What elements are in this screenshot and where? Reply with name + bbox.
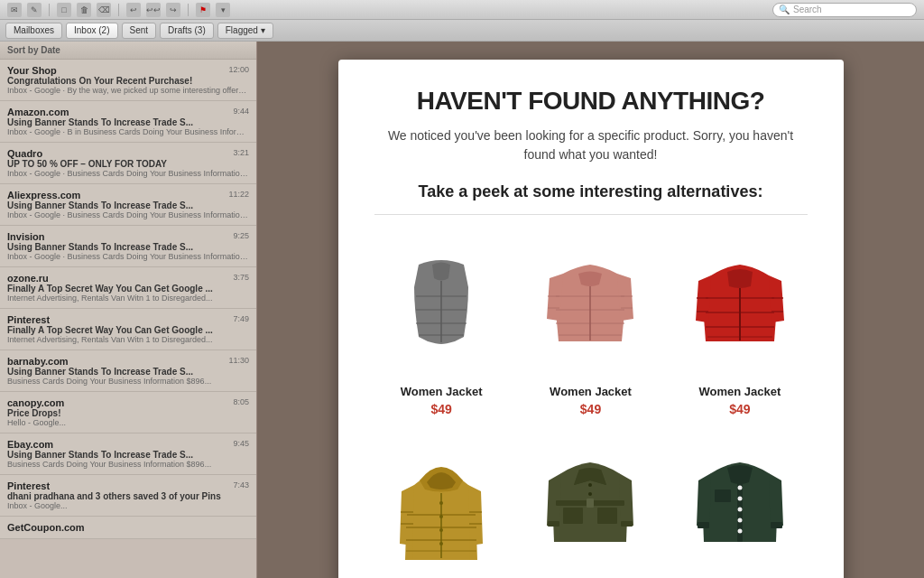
email-sender: Aliexpress.com [7, 190, 249, 200]
email-sender: Ebay.com [7, 439, 249, 450]
email-subject: Using Banner Stands To Increase Trade S.… [7, 117, 249, 127]
tab-inbox[interactable]: Inbox (2) [66, 23, 117, 39]
email-subject: Finally A Top Secret Way You Can Get Goo… [7, 325, 249, 335]
edit-icon[interactable]: ✎ [27, 3, 42, 17]
email-item[interactable]: 8:05 canopy.com Price Drops! Hello - Goo… [0, 392, 256, 434]
product-image-5 [527, 431, 653, 575]
forward-icon[interactable]: ↪ [166, 3, 180, 17]
tab-drafts[interactable]: Drafts (3) [160, 23, 214, 39]
tab-flagged[interactable]: Flagged ▾ [217, 23, 273, 39]
email-item[interactable]: 11:22 Aliexpress.com Using Banner Stands… [0, 184, 256, 226]
email-item[interactable]: 9:25 Invision Using Banner Stands To Inc… [0, 226, 256, 267]
svg-rect-43 [621, 521, 633, 527]
email-preview: Hello - Google... [7, 418, 249, 427]
products-grid: Women Jacket $49 [374, 233, 808, 578]
content-area: HAVEN'T FOUND ANYTHING? We noticed you'v… [257, 42, 924, 578]
product-item[interactable]: Women Hooded Coat $99 [374, 431, 509, 578]
svg-point-35 [439, 542, 443, 545]
delete-icon[interactable]: ⌫ [97, 3, 111, 17]
email-time: 9:45 [233, 439, 249, 448]
email-time: 7:49 [233, 314, 249, 323]
email-sender: ozone.ru [7, 273, 249, 284]
email-sender: Pinterest [7, 314, 249, 325]
email-preview: Business Cards Doing Your Business Infor… [7, 377, 249, 386]
window-icon[interactable]: □ [57, 3, 71, 17]
email-sender: Amazon.com [7, 107, 249, 117]
svg-rect-37 [597, 508, 617, 524]
email-item[interactable]: 12:00 Your Shop Congratulations On Your … [0, 60, 256, 101]
product-item[interactable]: Women Jacket $49 [523, 233, 658, 416]
email-preview: Inbox - Google · Business Cards Doing Yo… [7, 252, 249, 261]
svg-point-46 [737, 497, 742, 501]
compose-icon[interactable]: ✉ [7, 3, 22, 17]
svg-rect-36 [563, 508, 583, 524]
svg-point-34 [439, 528, 443, 532]
product-item[interactable]: Women Jacket $89 [523, 431, 658, 578]
svg-rect-39 [587, 499, 594, 508]
email-sender: Pinterest [7, 480, 249, 491]
email-subject: Using Banner Stands To Increase Trade S.… [7, 242, 249, 252]
email-subject: Finally A Top Secret Way You Can Get Goo… [7, 284, 249, 294]
email-preview: Inbox - Google... [7, 501, 249, 510]
email-time: 8:05 [233, 397, 249, 406]
email-item[interactable]: 3:75 ozone.ru Finally A Top Secret Way Y… [0, 267, 256, 309]
email-time: 3:21 [233, 148, 249, 157]
product-item[interactable]: Women Jacket $49 [374, 233, 509, 416]
search-box[interactable]: 🔍 Search [772, 3, 917, 17]
main-layout: Sort by Date 12:00 Your Shop Congratulat… [0, 42, 924, 578]
email-sender: GetCoupon.com [7, 522, 249, 533]
svg-point-47 [737, 508, 742, 512]
reply-all-icon[interactable]: ↩↩ [146, 3, 161, 17]
product-image-6 [677, 431, 803, 575]
more-icon[interactable]: ▾ [216, 3, 230, 17]
svg-point-33 [439, 515, 443, 518]
email-sender: Your Shop [7, 65, 249, 76]
mac-toolbar: ✉ ✎ □ 🗑 ⌫ ↩ ↩↩ ↪ ⚑ ▾ 🔍 Search [0, 0, 924, 20]
email-preview: Inbox - Google · Business Cards Doing Yo… [7, 210, 249, 219]
product-item[interactable]: Women Jacket $79 [672, 431, 807, 578]
svg-point-41 [588, 492, 592, 496]
email-item[interactable]: 9:44 Amazon.com Using Banner Stands To I… [0, 101, 256, 143]
email-time: 12:00 [228, 65, 249, 74]
svg-rect-52 [771, 522, 782, 528]
svg-point-45 [737, 486, 742, 490]
svg-rect-42 [548, 521, 559, 527]
product-price: $49 [580, 402, 601, 416]
separator2 [118, 4, 119, 16]
product-name: Women Jacket [550, 385, 632, 398]
email-subject: UP TO 50 % OFF – ONLY FOR TODAY [7, 159, 249, 169]
email-time: 3:75 [233, 273, 249, 282]
email-sender: Quadro [7, 148, 249, 159]
card-headline: HAVEN'T FOUND ANYTHING? [374, 87, 808, 116]
email-preview: Internet Advertising, Rentals Van Witn 1… [7, 294, 249, 303]
trash-icon[interactable]: 🗑 [77, 3, 91, 17]
email-item[interactable]: 7:49 Pinterest Finally A Top Secret Way … [0, 309, 256, 350]
email-item[interactable]: 3:21 Quadro UP TO 50 % OFF – ONLY FOR TO… [0, 143, 256, 184]
email-subject: Price Drops! [7, 408, 249, 418]
email-preview: Inbox - Google · B in Business Cards Doi… [7, 127, 249, 136]
svg-rect-50 [715, 489, 731, 502]
email-time: 7:43 [233, 480, 249, 489]
email-item[interactable]: 7:43 Pinterest dhani pradhana and 3 othe… [0, 475, 256, 517]
search-icon: 🔍 [779, 5, 790, 14]
email-preview: Inbox - Google · Business Cards Doing Yo… [7, 169, 249, 178]
email-item[interactable]: GetCoupon.com [0, 517, 256, 539]
reply-icon[interactable]: ↩ [126, 3, 141, 17]
separator3 [188, 4, 189, 16]
sidebar-sort-header: Sort by Date [0, 42, 256, 60]
tab-sent[interactable]: Sent [122, 23, 157, 39]
mail-toolbar: Mailboxes Inbox (2) Sent Drafts (3) Flag… [0, 20, 924, 42]
flag-icon[interactable]: ⚑ [196, 3, 210, 17]
email-sender: canopy.com [7, 397, 249, 408]
email-subject: Using Banner Stands To Increase Trade S.… [7, 200, 249, 210]
email-item[interactable]: 11:30 barnaby.com Using Banner Stands To… [0, 350, 256, 392]
tab-mailboxes[interactable]: Mailboxes [5, 23, 62, 39]
email-item[interactable]: 9:45 Ebay.com Using Banner Stands To Inc… [0, 434, 256, 475]
email-time: 9:44 [233, 107, 249, 116]
product-item[interactable]: Women Jacket $49 [672, 233, 807, 416]
svg-point-49 [737, 529, 742, 534]
product-image-2 [527, 233, 653, 378]
email-sender: barnaby.com [7, 356, 249, 367]
svg-point-32 [439, 501, 443, 505]
email-sender: Invision [7, 231, 249, 242]
